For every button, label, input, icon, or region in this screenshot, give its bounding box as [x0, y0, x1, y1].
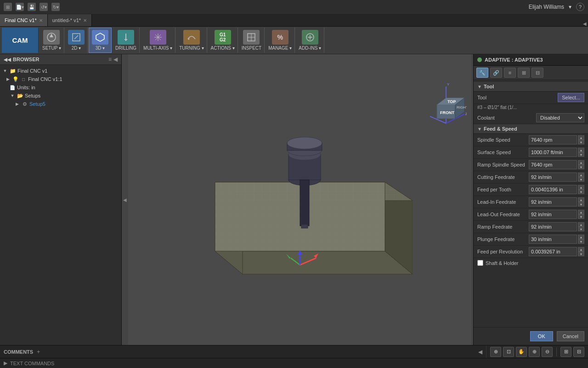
ramp-spindle-speed-up[interactable]: ▲ [578, 160, 584, 165]
browser-filter-icon[interactable]: ≡ [108, 56, 112, 63]
spindle-speed-input[interactable] [529, 135, 577, 144]
surface-speed-up[interactable]: ▲ [578, 148, 584, 152]
feed-per-tooth-down[interactable]: ▼ [578, 190, 584, 194]
undo-icon[interactable]: ↺▾ [40, 3, 48, 11]
toolbar-setup[interactable]: SETUP ▾ [40, 28, 64, 53]
toolbar-multiaxis[interactable]: MULTI-AXIS ▾ [141, 28, 175, 53]
tab-close-1[interactable]: ✕ [39, 18, 43, 23]
spindle-speed-up[interactable]: ▲ [578, 135, 584, 140]
ramp-spindle-speed-input[interactable] [529, 160, 577, 169]
tree-item-units[interactable]: 📄 Units: in [0, 83, 121, 92]
lead-out-feedrate-label: Lead-Out Feedrate [477, 212, 529, 217]
feed-per-revolution-up[interactable]: ▲ [578, 247, 584, 252]
toolbar-actions[interactable]: G1G2 ACTIONS ▾ [208, 28, 238, 53]
spindle-speed-down[interactable]: ▼ [578, 140, 584, 144]
cutting-feedrate-down[interactable]: ▼ [578, 177, 584, 182]
feed-speed-section-header[interactable]: ▼ Feed & Speed [474, 124, 588, 134]
toolbar-drilling[interactable]: DRILLING [113, 28, 140, 53]
tree-expand-root[interactable]: ▼ [2, 68, 8, 74]
lead-in-feedrate-spinner: ▲ ▼ [578, 197, 584, 207]
feed-per-revolution-down[interactable]: ▼ [578, 252, 584, 256]
tree-expand-setup5[interactable]: ▶ [14, 101, 20, 107]
feed-per-tooth-row: Feed per Tooth ▲ ▼ [474, 184, 588, 196]
lead-in-feedrate-up[interactable]: ▲ [578, 197, 584, 202]
zoom-in-btn[interactable]: ⊕ [529, 347, 540, 357]
svg-marker-1 [50, 34, 53, 37]
collapse-comments-icon[interactable]: ◀ [478, 349, 482, 355]
tree-item-v1[interactable]: ▶ 💡 □ Final CNC v1:1 [0, 75, 121, 83]
zoom-out-btn[interactable]: ⊖ [542, 347, 553, 357]
ramp-feedrate-input[interactable] [529, 222, 577, 231]
panel-tab-passes[interactable]: ≡ [504, 68, 516, 78]
tab-close-2[interactable]: ✕ [83, 18, 87, 23]
browser-settings-icon[interactable]: ◀ [113, 56, 118, 63]
navigation-cube[interactable]: Y Z FRONT TOP RIGHT [425, 82, 467, 123]
lead-out-feedrate-down[interactable]: ▼ [578, 214, 584, 219]
apps-icon[interactable]: ⊞ [4, 3, 12, 11]
svg-rect-30 [300, 180, 309, 226]
help-icon[interactable]: ? [576, 3, 584, 11]
toolbar-3d[interactable]: 3D ▾ [89, 28, 112, 53]
tab-untitled[interactable]: untitled-* v1* ✕ [48, 14, 92, 26]
tree-item-setups[interactable]: ▼ 📂 Setups [0, 92, 121, 100]
browser-collapse-icon[interactable]: ◀◀ [4, 57, 11, 62]
toolbar-addins[interactable]: ADD-INS ▾ [296, 28, 324, 53]
feed-per-tooth-input[interactable] [529, 185, 577, 194]
feed-per-revolution-input[interactable] [529, 247, 577, 256]
user-dropdown-icon[interactable]: ▾ [569, 4, 571, 10]
toolbar-inspect[interactable]: INSPECT [239, 28, 265, 53]
grid-display-btn[interactable]: ⊟ [573, 347, 584, 357]
cancel-button[interactable]: Cancel [557, 331, 584, 341]
coolant-select[interactable]: Disabled Flood Mist [536, 113, 584, 122]
user-name[interactable]: Elijah Williams [529, 4, 564, 10]
tabs-overflow-icon[interactable]: ◀ [582, 21, 588, 26]
cam-button[interactable]: CAM [2, 28, 39, 53]
ramp-spindle-speed-down[interactable]: ▼ [578, 165, 584, 169]
lead-in-feedrate-input[interactable] [529, 197, 577, 207]
shaft-holder-checkbox[interactable] [477, 260, 483, 266]
ramp-feedrate-up[interactable]: ▲ [578, 222, 584, 227]
ramp-feedrate-down[interactable]: ▼ [578, 227, 584, 231]
plunge-feedrate-input[interactable] [529, 235, 577, 244]
add-comment-icon[interactable]: + [37, 349, 40, 355]
panel-tab-link[interactable]: 🔗 [490, 68, 502, 78]
tree-expand-v1[interactable]: ▶ [5, 76, 11, 82]
surface-speed-input[interactable] [529, 148, 577, 157]
surface-speed-down[interactable]: ▼ [578, 152, 584, 157]
ok-button[interactable]: OK [530, 331, 553, 341]
tab-final-cnc[interactable]: Final CNC v1* ✕ [0, 14, 48, 26]
fit-btn[interactable]: ⊡ [503, 347, 514, 357]
plunge-feedrate-up[interactable]: ▲ [578, 235, 584, 239]
cutting-feedrate-input[interactable] [529, 172, 577, 182]
tool-section-header[interactable]: ▼ Tool [474, 82, 588, 92]
cutting-feedrate-up[interactable]: ▲ [578, 172, 584, 177]
file-menu-icon[interactable]: 📄▾ [16, 3, 24, 11]
lead-out-feedrate-input[interactable] [529, 210, 577, 219]
feed-per-tooth-value: ▲ ▼ [529, 185, 584, 194]
toolbar-manage[interactable]: % MANAGE ▾ [266, 28, 295, 53]
tree-item-root[interactable]: ▼ 📁 Final CNC v1 [0, 67, 121, 75]
lead-in-feedrate-down[interactable]: ▼ [578, 202, 584, 207]
lead-out-feedrate-up[interactable]: ▲ [578, 210, 584, 214]
ramp-spindle-speed-spinner: ▲ ▼ [578, 160, 584, 169]
redo-icon[interactable]: ↻▾ [51, 3, 60, 11]
panel-tab-tool[interactable]: 🔧 [476, 68, 488, 78]
panel-tab-grid[interactable]: ⊟ [531, 68, 543, 78]
browser-resize-handle[interactable]: ◀ [122, 54, 128, 345]
toolbar-turning[interactable]: TURNING ▾ [176, 28, 207, 53]
text-commands-toggle-icon[interactable]: ▶ [4, 360, 7, 366]
view-mode-btn[interactable]: ⊕ [490, 347, 501, 357]
tree-item-setup5[interactable]: ▶ ⚙ Setup5 [0, 100, 121, 108]
save-icon[interactable]: 💾 [28, 3, 36, 11]
tree-expand-setups[interactable]: ▼ [9, 92, 16, 99]
feed-per-tooth-up[interactable]: ▲ [578, 185, 584, 190]
toolbar-2d[interactable]: 2D ▾ [65, 28, 88, 53]
pan-btn[interactable]: ✋ [516, 347, 527, 357]
viewport[interactable]: Y Z FRONT TOP RIGHT [128, 54, 471, 345]
cutting-feedrate-row: Cutting Feedrate ▲ ▼ [474, 171, 588, 184]
display-mode-btn[interactable]: ⊞ [560, 347, 571, 357]
tool-select-button[interactable]: Select... [558, 93, 584, 102]
plunge-feedrate-down[interactable]: ▼ [578, 239, 584, 244]
title-bar-left: ⊞ 📄▾ 💾 ↺▾ ↻▾ [4, 3, 60, 11]
panel-tab-table[interactable]: ⊞ [518, 68, 530, 78]
